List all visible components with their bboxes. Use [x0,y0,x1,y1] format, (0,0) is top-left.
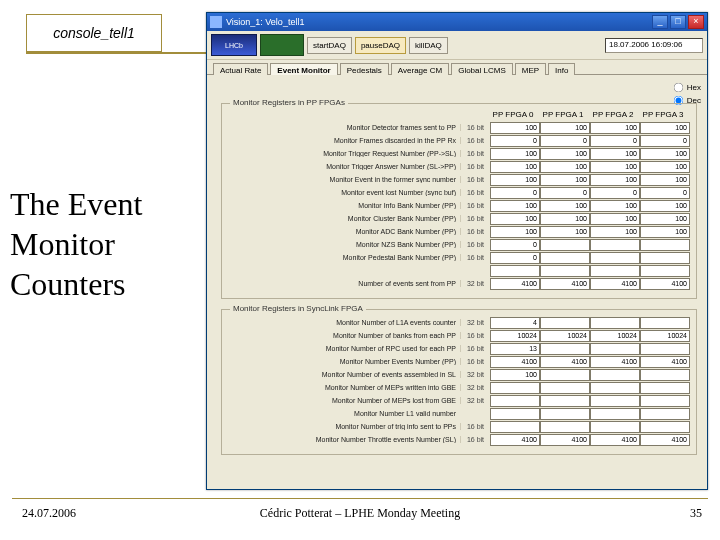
register-value[interactable] [640,421,690,433]
close-button[interactable]: × [688,15,704,29]
register-value[interactable]: 0 [540,187,590,199]
minimize-button[interactable]: _ [652,15,668,29]
register-value[interactable]: 4100 [540,278,590,290]
register-value[interactable]: 4100 [590,434,640,446]
register-value[interactable] [640,239,690,251]
register-value[interactable]: 100 [490,148,540,160]
radio-hex[interactable]: Hex [672,81,701,94]
register-value[interactable]: 0 [640,187,690,199]
register-value[interactable]: 100 [590,200,640,212]
register-value[interactable]: 0 [640,135,690,147]
register-value[interactable]: 100 [590,122,640,134]
register-value[interactable]: 0 [490,252,540,264]
register-value[interactable] [540,382,590,394]
register-value[interactable] [490,382,540,394]
register-value[interactable]: 4100 [490,434,540,446]
register-value[interactable]: 4100 [590,278,640,290]
register-value[interactable]: 100 [590,226,640,238]
register-value[interactable] [490,421,540,433]
tab-pedestals[interactable]: Pedestals [340,63,389,75]
register-value[interactable] [590,317,640,329]
register-value[interactable]: 100 [490,200,540,212]
register-value[interactable] [540,408,590,420]
register-value[interactable]: 4100 [540,356,590,368]
register-value[interactable] [640,317,690,329]
tab-global-lcms[interactable]: Global LCMS [451,63,513,75]
register-value[interactable]: 100 [540,200,590,212]
register-value[interactable]: 100 [640,161,690,173]
tab-average-cm[interactable]: Average CM [391,63,449,75]
register-value[interactable]: 100 [490,226,540,238]
register-value[interactable]: 0 [490,239,540,251]
register-value[interactable]: 13 [490,343,540,355]
register-value[interactable]: 100 [640,174,690,186]
register-value[interactable]: 4100 [640,278,690,290]
register-value[interactable] [590,408,640,420]
register-value[interactable]: 100 [540,148,590,160]
register-value[interactable] [590,239,640,251]
register-value[interactable] [540,369,590,381]
register-value[interactable] [590,369,640,381]
register-value[interactable]: 10024 [590,330,640,342]
register-value[interactable]: 4100 [590,356,640,368]
register-value[interactable] [640,382,690,394]
register-value[interactable] [640,265,690,277]
register-value[interactable]: 100 [640,200,690,212]
register-value[interactable]: 100 [490,161,540,173]
register-value[interactable] [540,421,590,433]
register-value[interactable]: 0 [590,135,640,147]
register-value[interactable]: 0 [540,135,590,147]
register-value[interactable] [640,395,690,407]
register-value[interactable] [590,265,640,277]
register-value[interactable]: 10024 [640,330,690,342]
register-value[interactable]: 100 [590,174,640,186]
register-value[interactable]: 100 [490,369,540,381]
register-value[interactable]: 0 [490,135,540,147]
register-value[interactable]: 4100 [640,356,690,368]
register-value[interactable] [540,252,590,264]
register-value[interactable] [590,252,640,264]
register-value[interactable] [540,265,590,277]
register-value[interactable]: 100 [540,226,590,238]
tab-actual-rate[interactable]: Actual Rate [213,63,268,75]
register-value[interactable] [490,395,540,407]
register-value[interactable]: 100 [540,122,590,134]
register-value[interactable] [640,252,690,264]
register-value[interactable] [540,317,590,329]
register-value[interactable]: 100 [640,148,690,160]
tab-mep[interactable]: MEP [515,63,546,75]
register-value[interactable]: 0 [490,187,540,199]
register-value[interactable]: 0 [590,187,640,199]
pause-daq-button[interactable]: pauseDAQ [355,37,406,54]
register-value[interactable]: 10024 [490,330,540,342]
start-daq-button[interactable]: startDAQ [307,37,352,54]
register-value[interactable]: 100 [640,213,690,225]
register-value[interactable]: 100 [640,226,690,238]
maximize-button[interactable]: □ [670,15,686,29]
register-value[interactable] [640,343,690,355]
register-value[interactable]: 100 [540,174,590,186]
register-value[interactable] [640,408,690,420]
register-value[interactable] [540,239,590,251]
register-value[interactable]: 100 [590,148,640,160]
register-value[interactable] [490,265,540,277]
register-value[interactable] [590,343,640,355]
register-value[interactable]: 100 [490,122,540,134]
register-value[interactable]: 4 [490,317,540,329]
tab-event-monitor[interactable]: Event Monitor [270,63,337,75]
register-value[interactable]: 100 [640,122,690,134]
register-value[interactable]: 4100 [490,278,540,290]
tab-info[interactable]: Info [548,63,575,75]
register-value[interactable]: 4100 [640,434,690,446]
register-value[interactable] [590,395,640,407]
register-value[interactable]: 100 [490,213,540,225]
register-value[interactable] [590,382,640,394]
register-value[interactable]: 4100 [490,356,540,368]
titlebar[interactable]: Vision_1: Velo_tell1 _ □ × [207,13,707,31]
register-value[interactable]: 100 [590,213,640,225]
register-value[interactable] [640,369,690,381]
kill-daq-button[interactable]: killDAQ [409,37,448,54]
register-value[interactable] [540,395,590,407]
register-value[interactable] [540,343,590,355]
register-value[interactable]: 10024 [540,330,590,342]
